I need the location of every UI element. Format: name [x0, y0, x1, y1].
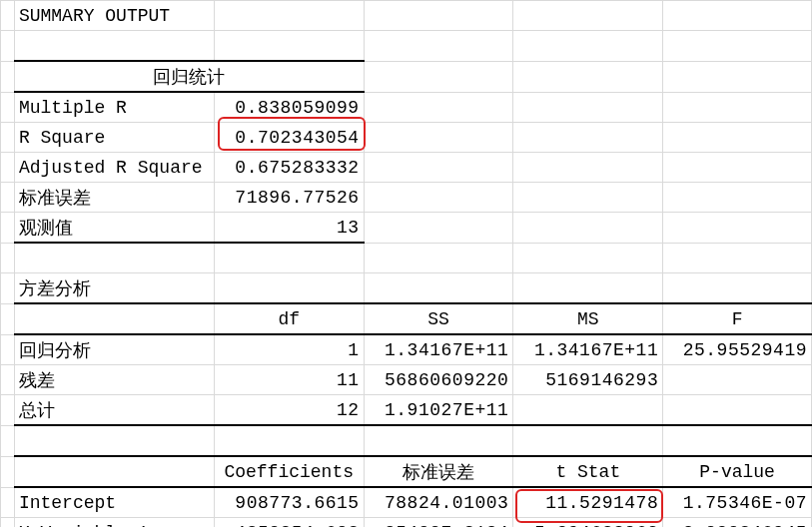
- anova-row-ms: 1.34167E+11: [513, 334, 663, 365]
- coef-row-coef: -4350854.603: [214, 518, 364, 528]
- stat-row-value: 71896.77526: [214, 183, 364, 213]
- anova-row-label: 残差: [14, 365, 214, 395]
- anova-header-ms: MS: [513, 303, 663, 334]
- stat-row-value: 0.675283332: [214, 153, 364, 183]
- coef-row-t: -5.094633862: [513, 518, 663, 528]
- anova-row-f: [663, 395, 812, 426]
- anova-row-f: [663, 365, 812, 395]
- anova-header-ss: SS: [364, 303, 513, 334]
- regression-stats-header: 回归统计: [14, 61, 364, 92]
- stat-row-value: 13: [214, 213, 364, 244]
- anova-row-ms: 5169146293: [513, 365, 663, 395]
- stat-row-label: R Square: [14, 123, 214, 153]
- coef-row-label: Intercept: [14, 487, 214, 518]
- anova-row-label: 回归分析: [14, 334, 214, 365]
- anova-row-df: 12: [214, 395, 364, 426]
- anova-row-df: 11: [214, 365, 364, 395]
- anova-row-df: 1: [214, 334, 364, 365]
- coef-row-t: 11.5291478: [513, 487, 663, 518]
- anova-row-label: 总计: [14, 395, 214, 426]
- coef-header-se: 标准误差: [364, 456, 513, 487]
- summary-title: SUMMARY OUTPUT: [14, 1, 214, 31]
- coef-row-p: 0.000346945: [663, 518, 812, 528]
- coef-row-p: 1.75346E-07: [663, 487, 812, 518]
- anova-row-ms: [513, 395, 663, 426]
- stat-row-value: 0.702343054: [214, 123, 364, 153]
- coef-row-coef: 908773.6615: [214, 487, 364, 518]
- regression-output-table: SUMMARY OUTPUT 回归统计 Multiple R 0.8380590…: [0, 0, 812, 527]
- stat-row-label: Multiple R: [14, 92, 214, 123]
- anova-row-ss: 56860609220: [364, 365, 513, 395]
- stat-row-label: 标准误差: [14, 183, 214, 213]
- stat-row-label: Adjusted R Square: [14, 153, 214, 183]
- coef-header-coef: Coefficients: [214, 456, 364, 487]
- coef-header-p: P-value: [663, 456, 812, 487]
- coef-row-se: 78824.01003: [364, 487, 513, 518]
- anova-title: 方差分析: [14, 273, 214, 304]
- coef-header-t: t Stat: [513, 456, 663, 487]
- anova-header-f: F: [663, 303, 812, 334]
- stat-row-label: 观测值: [14, 213, 214, 244]
- coef-row-se: 854007.3184: [364, 518, 513, 528]
- anova-row-ss: 1.91027E+11: [364, 395, 513, 426]
- anova-header-df: df: [214, 303, 364, 334]
- coef-row-label: X Variable 1: [14, 518, 214, 528]
- anova-row-f: 25.95529419: [663, 334, 812, 365]
- stat-row-value: 0.838059099: [214, 92, 364, 123]
- anova-row-ss: 1.34167E+11: [364, 334, 513, 365]
